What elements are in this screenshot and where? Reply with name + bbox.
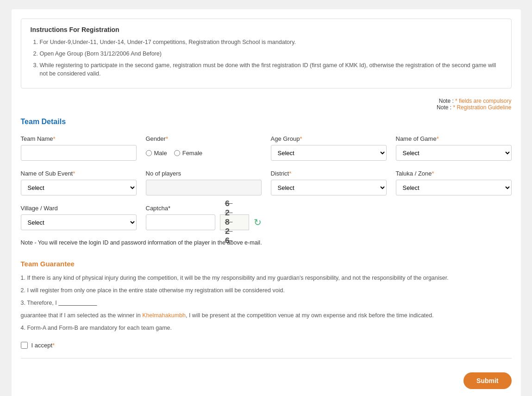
form-row-3: Village / Ward Select Captcha* 6 2 8 2 6… bbox=[21, 205, 512, 230]
captcha-image: 6 2 8 2 6 bbox=[220, 214, 249, 230]
taluka-zone-group: Taluka / Zone* Select bbox=[396, 170, 512, 195]
gender-male-label: Male bbox=[154, 150, 167, 157]
instructions-list: For Under-9,Under-11, Under-14, Under-17… bbox=[31, 38, 502, 78]
district-label: District* bbox=[271, 170, 387, 177]
team-name-input[interactable] bbox=[21, 145, 137, 161]
captcha-row: 6 2 8 2 6 ↻ bbox=[146, 214, 262, 230]
guarantee-item-2: 2. I will register from only one place i… bbox=[21, 286, 512, 295]
gender-male-radio[interactable] bbox=[146, 150, 152, 156]
gender-female-option[interactable]: Female bbox=[174, 150, 202, 157]
village-ward-select[interactable]: Select bbox=[21, 214, 137, 230]
instruction-item-2: Open Age Group (Born 31/12/2006 And Befo… bbox=[40, 50, 502, 58]
name-of-game-select[interactable]: Select bbox=[396, 145, 512, 161]
instructions-box: Instructions For Registration For Under-… bbox=[21, 19, 512, 88]
team-name-label: Team Name* bbox=[21, 135, 137, 142]
notes-section: Note : * fields are compulsory Note : * … bbox=[21, 98, 512, 111]
captcha-text: 6 2 8 2 6 bbox=[225, 199, 244, 245]
gender-male-option[interactable]: Male bbox=[146, 150, 167, 157]
sub-event-select[interactable]: Select bbox=[21, 180, 137, 195]
guarantee-title: Team Guarantee bbox=[21, 260, 512, 268]
accept-label[interactable]: I accept* bbox=[31, 342, 55, 349]
captcha-label: Captcha* bbox=[146, 205, 262, 212]
refresh-captcha-icon[interactable]: ↻ bbox=[254, 217, 262, 227]
gender-group: Gender* Male Female bbox=[146, 135, 262, 161]
team-name-group: Team Name* bbox=[21, 135, 137, 161]
form-row-2: Name of Sub Event* Select No of players … bbox=[21, 170, 512, 195]
age-group-label: Age Group* bbox=[271, 135, 387, 142]
form-row-1: Team Name* Gender* Male Female Age Gr bbox=[21, 135, 512, 161]
gender-female-radio[interactable] bbox=[174, 150, 180, 156]
sub-event-label: Name of Sub Event* bbox=[21, 170, 137, 177]
name-of-game-group: Name of Game* Select bbox=[396, 135, 512, 161]
guarantee-item-3: 3. Therefore, I bbox=[21, 298, 512, 308]
age-group-group: Age Group* Select bbox=[271, 135, 387, 161]
district-select[interactable]: Select bbox=[271, 180, 387, 195]
instruction-item-1: For Under-9,Under-11, Under-14, Under-17… bbox=[40, 38, 502, 47]
email-note: Note - You will receive the login ID and… bbox=[21, 239, 512, 246]
instruction-item-3: While registering to participate in the … bbox=[40, 61, 502, 79]
instructions-title: Instructions For Registration bbox=[31, 26, 502, 33]
note-guideline: Note : * Registration Guideline bbox=[21, 104, 512, 111]
village-ward-label: Village / Ward bbox=[21, 205, 137, 212]
age-group-select[interactable]: Select bbox=[271, 145, 387, 161]
no-players-input[interactable] bbox=[146, 180, 262, 195]
divider bbox=[21, 358, 512, 358]
team-guarantee-section: Team Guarantee 1. If there is any kind o… bbox=[21, 260, 512, 333]
gender-female-label: Female bbox=[182, 150, 202, 157]
page-container: Instructions For Registration For Under-… bbox=[12, 9, 521, 396]
section-title: Team Details bbox=[21, 118, 512, 126]
guarantee-item-4: guarantee that if I am selected as the w… bbox=[21, 311, 512, 320]
name-of-game-label: Name of Game* bbox=[396, 135, 512, 142]
district-group: District* Select bbox=[271, 170, 387, 195]
captcha-group: Captcha* 6 2 8 2 6 ↻ bbox=[146, 205, 262, 230]
sub-event-group: Name of Sub Event* Select bbox=[21, 170, 137, 195]
no-players-group: No of players bbox=[146, 170, 262, 195]
captcha-input[interactable] bbox=[146, 214, 215, 230]
submit-row: Submit bbox=[21, 368, 512, 394]
guarantee-item-5: 4. Form-A and Form-B are mandatory for e… bbox=[21, 323, 512, 333]
submit-button[interactable]: Submit bbox=[463, 372, 511, 389]
no-players-label: No of players bbox=[146, 170, 262, 177]
taluka-zone-select[interactable]: Select bbox=[396, 180, 512, 195]
taluka-zone-label: Taluka / Zone* bbox=[396, 170, 512, 177]
gender-label: Gender* bbox=[146, 135, 262, 142]
note-compulsory: Note : * fields are compulsory bbox=[21, 98, 512, 104]
village-ward-group: Village / Ward Select bbox=[21, 205, 137, 230]
guarantee-item-1: 1. If there is any kind of physical inju… bbox=[21, 273, 512, 283]
accept-row: I accept* bbox=[21, 342, 512, 349]
accept-checkbox[interactable] bbox=[21, 342, 28, 349]
gender-options: Male Female bbox=[146, 145, 262, 161]
